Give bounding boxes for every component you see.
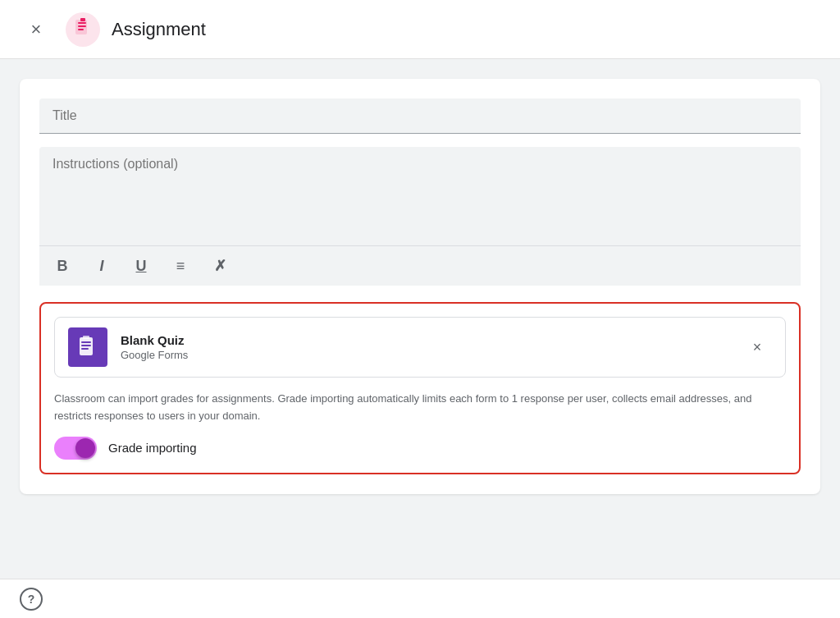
instructions-wrapper — [39, 147, 801, 245]
google-forms-icon — [68, 327, 107, 367]
toggle-thumb — [75, 438, 95, 458]
attachment-type: Google Forms — [121, 349, 742, 361]
page-title: Assignment — [112, 19, 206, 40]
close-button[interactable]: × — [20, 13, 52, 46]
form-card: B I U ≡ ✗ Blank Quiz Google Forms — [20, 79, 820, 494]
app-header: × Assignment — [0, 0, 840, 59]
italic-button[interactable]: I — [89, 253, 115, 279]
bold-button[interactable]: B — [49, 253, 75, 279]
header-icon-wrapper — [66, 12, 100, 47]
main-content: B I U ≡ ✗ Blank Quiz Google Forms — [0, 59, 840, 579]
grade-import-label: Grade importing — [108, 441, 197, 455]
title-input[interactable] — [52, 108, 788, 123]
underline-button[interactable]: U — [128, 253, 154, 279]
title-field-wrapper — [39, 98, 801, 133]
attachment-info: Blank Quiz Google Forms — [121, 333, 742, 361]
title-divider — [39, 133, 801, 134]
instructions-input[interactable] — [52, 157, 788, 222]
help-button[interactable]: ? — [20, 588, 43, 611]
attachment-section: Blank Quiz Google Forms × Classroom can … — [39, 302, 801, 474]
assignment-icon — [73, 18, 93, 41]
svg-rect-3 — [83, 336, 89, 339]
clear-format-button[interactable]: ✗ — [207, 253, 233, 279]
formatting-toolbar: B I U ≡ ✗ — [39, 245, 801, 286]
attachment-name: Blank Quiz — [121, 333, 742, 347]
grade-import-toggle[interactable] — [54, 437, 97, 460]
grade-import-info: Classroom can import grades for assignme… — [54, 391, 786, 425]
grade-import-toggle-row: Grade importing — [54, 437, 786, 460]
list-button[interactable]: ≡ — [167, 253, 194, 279]
footer: ? — [0, 579, 840, 618]
svg-rect-1 — [80, 18, 85, 21]
attachment-remove-button[interactable]: × — [742, 332, 772, 362]
attachment-card: Blank Quiz Google Forms × — [54, 317, 786, 378]
